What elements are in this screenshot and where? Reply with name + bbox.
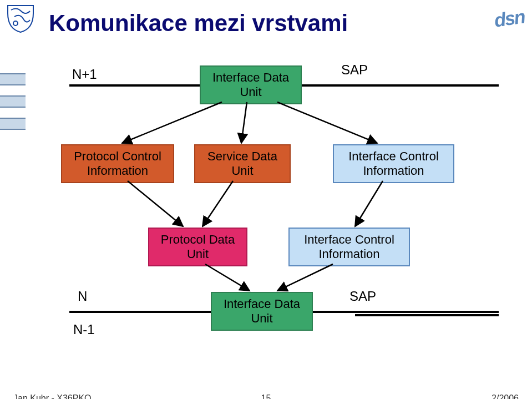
dsn-logo: dsn bbox=[493, 6, 525, 31]
svg-line-2 bbox=[241, 102, 247, 143]
box-label: Protocol DataUnit bbox=[161, 233, 235, 262]
box-interface-control-information-bottom: Interface ControlInformation bbox=[288, 228, 410, 266]
footer-author: Jan Kubr - X36PKO bbox=[13, 393, 92, 399]
layer-line-n-minus-1 bbox=[355, 314, 499, 316]
svg-line-6 bbox=[355, 181, 383, 226]
svg-line-1 bbox=[122, 102, 222, 143]
box-interface-data-unit-top: Interface DataUnit bbox=[200, 65, 302, 104]
footer-date: 2/2006 bbox=[492, 393, 519, 399]
box-label: Interface ControlInformation bbox=[348, 149, 439, 179]
svg-line-3 bbox=[277, 102, 377, 143]
crest-logo bbox=[4, 2, 37, 34]
layer-label-n-plus-1: N+1 bbox=[72, 67, 97, 82]
box-label: Service DataUnit bbox=[207, 149, 277, 179]
decor-bar bbox=[0, 73, 26, 85]
slide-title: Komunikace mezi vrstvami bbox=[49, 10, 348, 37]
box-label: Protocol ControlInformation bbox=[74, 149, 161, 179]
svg-line-4 bbox=[128, 181, 183, 226]
decor-bar bbox=[0, 118, 26, 130]
box-protocol-data-unit: Protocol DataUnit bbox=[148, 228, 247, 266]
box-label: Interface DataUnit bbox=[212, 70, 289, 100]
box-service-data-unit: Service DataUnit bbox=[194, 144, 291, 183]
decor-bar bbox=[0, 95, 26, 108]
layer-label-n: N bbox=[78, 289, 87, 304]
sap-label-bottom: SAP bbox=[349, 289, 376, 304]
box-interface-data-unit-bottom: Interface DataUnit bbox=[211, 292, 313, 331]
svg-point-0 bbox=[13, 21, 18, 26]
box-protocol-control-information: Protocol ControlInformation bbox=[61, 144, 174, 183]
layer-label-n-minus-1: N-1 bbox=[73, 322, 95, 337]
sap-label-top: SAP bbox=[341, 62, 368, 78]
box-interface-control-information-top: Interface ControlInformation bbox=[333, 144, 454, 183]
diagram-canvas: N+1 SAP Interface DataUnit Protocol Cont… bbox=[33, 55, 521, 377]
svg-line-8 bbox=[277, 264, 333, 291]
footer-page-number: 15 bbox=[261, 393, 271, 399]
box-label: Interface ControlInformation bbox=[304, 233, 394, 262]
svg-line-5 bbox=[202, 181, 233, 226]
svg-line-7 bbox=[205, 264, 250, 291]
box-label: Interface DataUnit bbox=[224, 297, 300, 326]
